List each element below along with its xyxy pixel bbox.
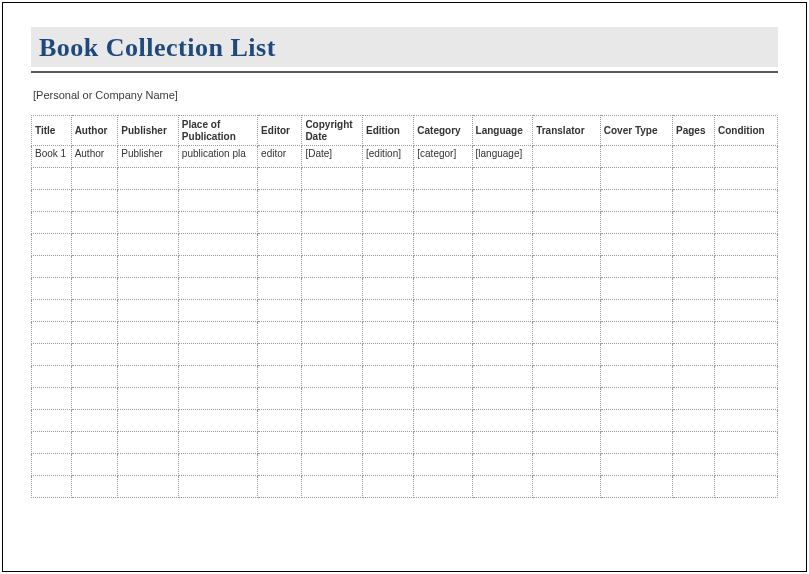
table-cell[interactable]	[472, 234, 533, 256]
table-cell[interactable]	[178, 256, 257, 278]
table-cell[interactable]	[118, 454, 179, 476]
table-cell[interactable]	[302, 388, 363, 410]
table-cell[interactable]	[714, 322, 777, 344]
table-cell[interactable]	[533, 388, 601, 410]
table-cell[interactable]	[258, 410, 302, 432]
table-cell[interactable]	[302, 432, 363, 454]
table-cell[interactable]	[714, 300, 777, 322]
table-cell[interactable]	[533, 234, 601, 256]
table-cell[interactable]	[71, 322, 118, 344]
table-cell[interactable]	[533, 146, 601, 168]
table-cell[interactable]	[118, 190, 179, 212]
table-cell[interactable]	[258, 322, 302, 344]
table-cell[interactable]	[32, 256, 72, 278]
table-cell[interactable]	[673, 344, 715, 366]
table-cell[interactable]	[714, 388, 777, 410]
table-cell[interactable]	[363, 432, 414, 454]
table-cell[interactable]	[71, 212, 118, 234]
table-cell[interactable]	[178, 322, 257, 344]
table-cell[interactable]	[71, 366, 118, 388]
table-cell[interactable]	[533, 168, 601, 190]
table-cell[interactable]	[533, 432, 601, 454]
table-cell[interactable]	[363, 454, 414, 476]
table-cell[interactable]	[673, 432, 715, 454]
table-cell[interactable]	[32, 212, 72, 234]
table-cell[interactable]	[32, 190, 72, 212]
table-cell[interactable]	[472, 212, 533, 234]
table-cell[interactable]: [categor]	[414, 146, 472, 168]
table-cell[interactable]	[472, 454, 533, 476]
table-cell[interactable]	[673, 410, 715, 432]
table-cell[interactable]	[673, 146, 715, 168]
table-cell[interactable]	[533, 476, 601, 498]
table-cell[interactable]	[363, 388, 414, 410]
table-cell[interactable]	[32, 168, 72, 190]
table-cell[interactable]	[414, 190, 472, 212]
table-cell[interactable]	[472, 344, 533, 366]
table-cell[interactable]	[118, 322, 179, 344]
table-cell[interactable]	[600, 366, 672, 388]
table-cell[interactable]	[302, 366, 363, 388]
table-cell[interactable]	[363, 476, 414, 498]
table-cell[interactable]	[414, 366, 472, 388]
table-cell[interactable]	[472, 410, 533, 432]
table-cell[interactable]	[71, 410, 118, 432]
table-cell[interactable]	[302, 256, 363, 278]
table-cell[interactable]	[673, 322, 715, 344]
table-cell[interactable]	[714, 256, 777, 278]
table-cell[interactable]: [edition]	[363, 146, 414, 168]
table-cell[interactable]	[673, 212, 715, 234]
table-cell[interactable]	[414, 256, 472, 278]
table-cell[interactable]: [Date]	[302, 146, 363, 168]
table-cell[interactable]	[414, 454, 472, 476]
table-cell[interactable]	[71, 344, 118, 366]
table-cell[interactable]	[714, 476, 777, 498]
table-cell[interactable]	[258, 300, 302, 322]
table-cell[interactable]	[302, 212, 363, 234]
table-cell[interactable]	[363, 212, 414, 234]
table-cell[interactable]	[414, 322, 472, 344]
table-cell[interactable]	[600, 234, 672, 256]
table-cell[interactable]	[71, 168, 118, 190]
table-cell[interactable]	[32, 388, 72, 410]
table-cell[interactable]	[363, 168, 414, 190]
table-cell[interactable]	[414, 410, 472, 432]
table-cell[interactable]	[118, 256, 179, 278]
table-cell[interactable]: [language]	[472, 146, 533, 168]
table-cell[interactable]	[178, 278, 257, 300]
table-cell[interactable]	[673, 366, 715, 388]
table-cell[interactable]	[71, 190, 118, 212]
table-cell[interactable]	[600, 168, 672, 190]
table-cell[interactable]	[414, 278, 472, 300]
table-cell[interactable]	[258, 454, 302, 476]
table-cell[interactable]	[600, 388, 672, 410]
table-cell[interactable]	[178, 344, 257, 366]
table-cell[interactable]: publication pla	[178, 146, 257, 168]
table-cell[interactable]	[302, 410, 363, 432]
table-cell[interactable]	[600, 344, 672, 366]
table-cell[interactable]	[32, 410, 72, 432]
table-cell[interactable]	[714, 366, 777, 388]
table-cell[interactable]	[472, 190, 533, 212]
table-cell[interactable]	[673, 476, 715, 498]
table-cell[interactable]	[600, 476, 672, 498]
table-cell[interactable]	[673, 190, 715, 212]
table-cell[interactable]	[673, 388, 715, 410]
table-cell[interactable]	[600, 432, 672, 454]
table-cell[interactable]	[472, 476, 533, 498]
table-cell[interactable]	[258, 388, 302, 410]
table-cell[interactable]	[533, 454, 601, 476]
table-cell[interactable]	[363, 366, 414, 388]
table-cell[interactable]	[178, 190, 257, 212]
table-cell[interactable]	[118, 366, 179, 388]
table-cell[interactable]	[32, 344, 72, 366]
table-cell[interactable]	[414, 344, 472, 366]
table-cell[interactable]	[363, 344, 414, 366]
table-cell[interactable]	[71, 300, 118, 322]
table-cell[interactable]	[414, 168, 472, 190]
table-cell[interactable]	[472, 366, 533, 388]
table-cell[interactable]	[71, 234, 118, 256]
table-cell[interactable]	[600, 454, 672, 476]
table-cell[interactable]	[118, 344, 179, 366]
table-cell[interactable]	[302, 278, 363, 300]
